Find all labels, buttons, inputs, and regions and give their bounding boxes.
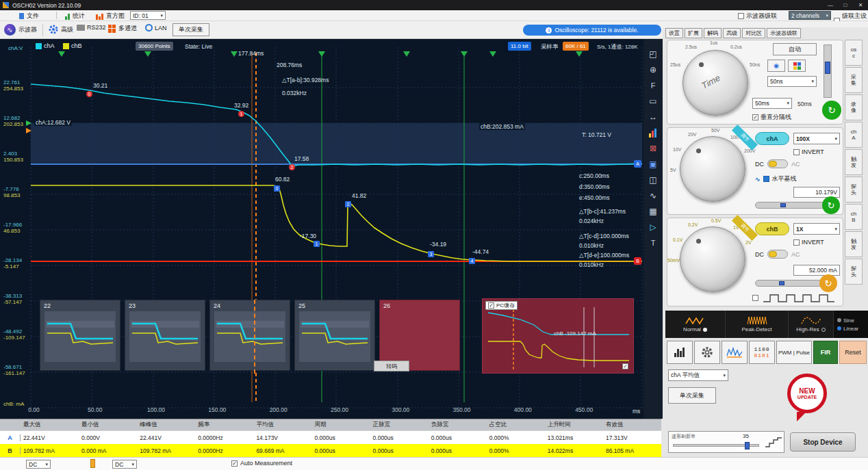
chb-enable-pill[interactable]: chB	[755, 222, 789, 235]
chb-offset-slider[interactable]	[755, 280, 829, 287]
measurement-header[interactable]: 占空比	[487, 421, 545, 429]
chb-marker[interactable]: 3	[428, 251, 434, 257]
play-icon[interactable]: ▷	[646, 220, 661, 234]
menu-stats[interactable]: 统计	[65, 12, 85, 21]
color-grid-icon-button[interactable]	[788, 60, 806, 72]
panel-vertical-tab[interactable]: 探头	[845, 259, 863, 285]
measure-source-select[interactable]: chA 平均值▾	[668, 369, 728, 381]
statistics-button[interactable]	[667, 341, 693, 364]
panel-tab[interactable]: 扩展	[685, 28, 702, 38]
mode-peak-detect[interactable]: Peak-Detect	[726, 311, 789, 338]
spectrum-button[interactable]	[722, 341, 748, 364]
preview-checkbox[interactable]: ✓	[622, 363, 628, 369]
panel-tab[interactable]: 高级	[723, 28, 741, 38]
measurement-header[interactable]: 平均值	[253, 421, 311, 429]
panel-vertical-tab[interactable]: 触发	[845, 149, 863, 175]
single-capture-button[interactable]: 单次采集	[173, 23, 209, 36]
chb-marker[interactable]: 2	[345, 201, 351, 207]
chb-invert-checkbox[interactable]: INVERT	[793, 239, 824, 246]
interpolation-box[interactable]: Sine Linear	[834, 311, 868, 338]
vertical-separator-checkbox[interactable]: ✓垂直分隔线	[752, 113, 791, 122]
chb-volts-knob[interactable]	[680, 226, 745, 292]
panel-vertical-tab[interactable]: 触发	[845, 231, 863, 257]
settings-gear-button[interactable]	[694, 341, 720, 364]
channels-select[interactable]: 2 channels▾	[789, 11, 831, 20]
pc-cache-checkbox[interactable]: ✓PC缓存	[485, 301, 518, 310]
panel-vertical-tab[interactable]: chA	[845, 122, 863, 148]
single-capture-panel-button[interactable]: 单次采集	[668, 387, 716, 404]
multichannel-button[interactable]: 多通道	[108, 24, 137, 33]
waveform-thumbnail[interactable]: 23	[125, 300, 205, 371]
timebase-knob[interactable]: Time	[682, 50, 748, 116]
close-button[interactable]: ✕	[854, 1, 867, 9]
measurement-header[interactable]: 有效值	[603, 421, 661, 429]
measurement-header[interactable]: 最大值	[21, 421, 79, 429]
measurement-header[interactable]: 负脉宽	[429, 421, 487, 429]
waveform-box-icon[interactable]: ◫	[646, 173, 661, 187]
table-icon[interactable]: ▦	[646, 205, 661, 218]
menu-file[interactable]: 文件	[19, 12, 39, 21]
wave-type-checkbox[interactable]	[752, 295, 758, 301]
auto-button[interactable]: 自动	[773, 43, 817, 55]
waveform-thumbnail[interactable]: 25	[294, 300, 375, 371]
new-update-badge[interactable]: NEW UPDATE	[787, 374, 827, 413]
panel-tab[interactable]: 解码	[704, 28, 722, 38]
logic-decode-button[interactable]: 11000101	[749, 341, 775, 364]
cha-marker[interactable]: 1	[238, 111, 244, 117]
cha-visibility-checkbox[interactable]: chA	[36, 42, 55, 49]
device-id-select[interactable]: ID: 01▾	[130, 11, 166, 20]
oscilloscope-button[interactable]: ∿ 示波器	[4, 24, 37, 36]
measurement-header[interactable]: 最小值	[79, 421, 137, 429]
chb-marker[interactable]: 1	[314, 241, 320, 247]
transcode-button[interactable]: 转码	[374, 361, 409, 371]
panel-tab[interactable]: 示波器级联	[767, 28, 801, 38]
advanced-button[interactable]: 高级	[48, 24, 73, 35]
panel-vertical-tab[interactable]: 采集	[845, 67, 863, 93]
fast-timebase-select[interactable]: 50ns▾	[767, 76, 817, 87]
cha-attenuation-select[interactable]: 100X▾	[793, 133, 840, 144]
stop-device-button[interactable]: Stop Device	[790, 432, 856, 452]
t-cursor-icon[interactable]: T	[646, 236, 661, 250]
histogram-icon[interactable]	[646, 126, 661, 140]
interp-sine[interactable]: Sine	[837, 317, 868, 324]
panel-vertical-tab[interactable]: 探头	[845, 177, 863, 203]
auto-measurement-checkbox[interactable]: ✓Auto Measurement	[231, 460, 292, 467]
save-icon[interactable]: ▣	[646, 157, 661, 171]
chb-coupling-toggle[interactable]: DCAC	[755, 250, 800, 259]
fir-button[interactable]: FIR	[813, 341, 838, 364]
function-f-icon[interactable]: F	[646, 79, 661, 92]
panel-tab[interactable]: 对比区	[742, 28, 765, 38]
sine-wave-icon[interactable]: ∿	[646, 189, 661, 203]
zoom-in-icon[interactable]: ⊕	[646, 63, 661, 77]
chb-refresh-button[interactable]: ↻	[819, 274, 837, 292]
cha-invert-checkbox[interactable]: INVERT	[793, 148, 824, 155]
chb-wave-type-row[interactable]	[752, 292, 837, 303]
waveform-thumbnail[interactable]: 24	[209, 300, 290, 371]
menu-histogram[interactable]: 直方图	[96, 12, 125, 21]
panel-vertical-tab[interactable]: 录像	[845, 94, 863, 120]
sample-rate-badge[interactable]: 60K / 61	[563, 42, 589, 51]
cha-offset-slider[interactable]	[755, 202, 832, 209]
cha-refresh-button[interactable]: ↻	[822, 196, 840, 214]
mode-normal[interactable]: Normal	[665, 311, 726, 338]
cha-volts-knob[interactable]	[680, 136, 745, 202]
cha-marker[interactable]: 2	[289, 164, 295, 170]
timebase-refresh-button[interactable]: ↻	[822, 101, 841, 120]
mode-high-res[interactable]: High-Res	[789, 311, 834, 338]
measurement-header[interactable]: 正脉宽	[370, 421, 429, 429]
lan-button[interactable]: LAN	[145, 24, 167, 31]
maximize-button[interactable]: □	[839, 1, 852, 9]
select-region-icon[interactable]: ▭	[646, 94, 661, 108]
chb-marker[interactable]: 4	[469, 258, 475, 264]
grid-close-icon[interactable]: ⊠	[646, 142, 661, 155]
reset-button[interactable]: Reset	[839, 341, 867, 364]
fit-screen-icon[interactable]: ◰	[646, 47, 661, 61]
chb-attenuation-select[interactable]: 1X▾	[793, 223, 840, 235]
cha-coupling-toggle[interactable]: DCAC	[755, 159, 800, 168]
minimize-button[interactable]: —	[824, 1, 837, 9]
cha-marker[interactable]: 0	[86, 91, 92, 97]
chb-visibility-checkbox[interactable]: chB	[63, 42, 82, 49]
measurement-header[interactable]: 上升时间	[545, 421, 603, 429]
cascade-checkbox[interactable]: 示波器级联	[738, 12, 777, 21]
channel-b-handle[interactable]: B	[634, 257, 641, 265]
